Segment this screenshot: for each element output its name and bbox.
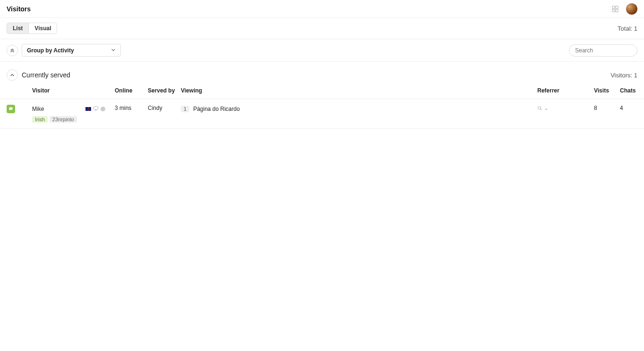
chevron-up-icon — [10, 73, 15, 77]
header-actions — [612, 3, 637, 15]
referrer-cell: - — [537, 105, 594, 113]
chat-active-icon — [7, 105, 15, 113]
visitor-row[interactable]: Mike 3 mins Cindy 1 Página do Ricardo - … — [0, 99, 644, 129]
svg-rect-1 — [616, 6, 618, 8]
svg-line-8 — [541, 109, 542, 110]
visits-cell: 8 — [594, 105, 620, 113]
col-visits[interactable]: Visits — [594, 87, 620, 94]
svg-point-7 — [538, 107, 541, 109]
search-input[interactable] — [569, 44, 637, 57]
group-header-left: Currently served — [7, 69, 70, 81]
flag-uk-icon — [85, 107, 91, 111]
col-visitor[interactable]: Visitor — [32, 87, 115, 94]
page-count-badge: 1 — [181, 106, 189, 112]
col-online[interactable]: Online — [115, 87, 148, 94]
group-by-dropdown[interactable]: Group by Activity — [22, 44, 121, 57]
visitor-tag[interactable]: 23nrpinto — [50, 116, 77, 123]
search-icon — [537, 106, 542, 112]
visitor-meta — [85, 106, 105, 113]
top-header: Visitors — [0, 0, 644, 18]
table-header: Visitor Online Served by Viewing Referre… — [0, 87, 644, 99]
col-viewing[interactable]: Viewing — [181, 87, 537, 94]
browser-icon — [101, 107, 105, 111]
served-by-cell: Cindy — [148, 105, 181, 113]
visitor-name: Mike — [32, 106, 44, 112]
svg-rect-0 — [612, 6, 615, 8]
page-title: Visitors — [7, 5, 31, 13]
viewing-cell: 1 Página do Ricardo — [181, 105, 537, 113]
visitor-status-cell — [7, 105, 32, 113]
group-collapse-button[interactable] — [7, 69, 18, 81]
svg-rect-4 — [94, 107, 98, 109]
total-count: Total: 1 — [618, 25, 637, 32]
user-avatar[interactable] — [626, 3, 637, 15]
filter-left: Group by Activity — [7, 44, 121, 57]
apps-grid-icon[interactable] — [612, 6, 619, 12]
svg-rect-2 — [612, 9, 615, 12]
tab-list[interactable]: List — [7, 23, 28, 33]
desktop-icon — [93, 106, 99, 113]
viewing-page: Página do Ricardo — [193, 106, 240, 112]
group-header: Currently served Visitors: 1 — [0, 62, 644, 87]
filter-bar: Group by Activity — [0, 39, 644, 62]
visitor-tags: Irish 23nrpinto — [32, 116, 644, 123]
visitor-cell: Mike — [32, 105, 115, 113]
svg-rect-3 — [616, 9, 618, 12]
online-cell: 3 mins — [115, 105, 148, 113]
col-referrer[interactable]: Referrer — [537, 87, 594, 94]
group-by-label: Group by Activity — [27, 47, 74, 54]
referrer-value: - — [545, 106, 547, 112]
chats-cell: 4 — [620, 105, 644, 113]
chevron-down-icon — [111, 47, 116, 54]
double-chevron-up-icon — [10, 48, 15, 53]
group-visitor-count: Visitors: 1 — [610, 72, 637, 79]
col-chats[interactable]: Chats — [620, 87, 644, 94]
group-title: Currently served — [22, 71, 70, 79]
tab-visual[interactable]: Visual — [28, 23, 57, 33]
collapse-all-button[interactable] — [7, 45, 18, 56]
visitor-tag[interactable]: Irish — [32, 116, 48, 123]
view-bar: List Visual Total: 1 — [0, 18, 644, 39]
view-toggle: List Visual — [7, 23, 57, 34]
col-served-by[interactable]: Served by — [148, 87, 181, 94]
